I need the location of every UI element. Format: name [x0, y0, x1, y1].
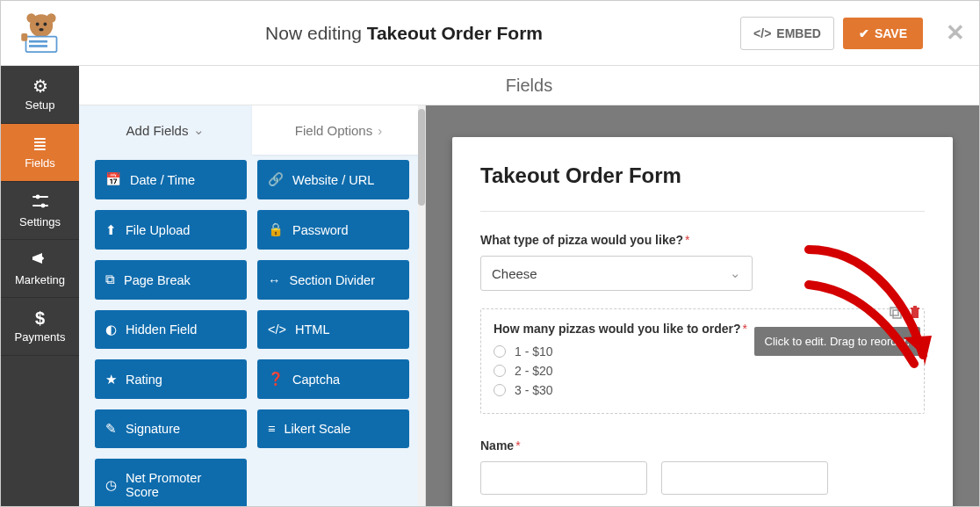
duplicate-icon[interactable]: [889, 306, 903, 320]
last-name-input[interactable]: [661, 461, 828, 495]
left-nav: ⚙ Setup ≣ Fields Settings Marketing $ Pa…: [1, 66, 79, 506]
close-icon[interactable]: ✕: [946, 19, 965, 47]
editing-prefix: Now editing: [265, 23, 367, 43]
field-password-label: Password: [292, 223, 349, 237]
nav-payments-label: Payments: [15, 330, 66, 344]
section-header: Fields: [79, 66, 979, 105]
divider-icon: ↔: [268, 273, 281, 287]
field-likert-label: Likert Scale: [284, 422, 350, 436]
pagebreak-icon: ⧉: [105, 272, 115, 287]
field-rating-label: Rating: [126, 373, 162, 387]
name-label-wrap: Name*: [480, 438, 925, 453]
embed-button[interactable]: </> EMBED: [740, 17, 834, 50]
svg-rect-18: [911, 308, 919, 309]
dollar-icon: $: [35, 309, 45, 327]
qty-option-3[interactable]: 3 - $30: [494, 383, 912, 397]
svg-rect-16: [893, 310, 901, 318]
required-marker: *: [685, 233, 689, 247]
nav-marketing[interactable]: Marketing: [1, 240, 79, 298]
question-pizza-qty-text: How many pizzas would you like to order?: [494, 322, 741, 336]
field-html-label: HTML: [295, 322, 329, 337]
qty-option-2-label: 2 - $20: [515, 364, 553, 378]
field-section-divider[interactable]: ↔Section Divider: [257, 260, 409, 300]
embed-label: EMBED: [776, 26, 821, 40]
field-html[interactable]: </>HTML: [257, 310, 409, 349]
field-datetime[interactable]: 📅Date / Time: [95, 160, 247, 199]
question-pizza-type: What type of pizza would you like?*: [480, 233, 925, 247]
question-pizza-type-text: What type of pizza would you like?: [480, 233, 683, 247]
trash-icon[interactable]: [908, 306, 922, 320]
code-icon: </>: [753, 26, 771, 40]
chevron-down-icon: ⌄: [193, 122, 205, 138]
svg-rect-14: [32, 257, 34, 260]
pizza-type-select[interactable]: Cheese ⌄: [480, 256, 753, 291]
gear-icon: ⚙: [32, 77, 48, 95]
svg-rect-7: [29, 40, 47, 42]
calendar-icon: 📅: [105, 172, 121, 187]
svg-rect-19: [913, 306, 917, 308]
field-buttons-grid: 📅Date / Time 🔗Website / URL ⬆File Upload…: [79, 155, 425, 506]
radio-icon: [494, 365, 506, 377]
pencil-icon: ✎: [105, 422, 117, 436]
name-inputs: [480, 461, 925, 495]
nav-fields[interactable]: ≣ Fields: [1, 124, 79, 182]
list-icon: ≣: [32, 135, 47, 153]
top-bar: Now editing Takeout Order Form </> EMBED…: [1, 1, 979, 66]
svg-point-2: [47, 13, 56, 23]
field-website[interactable]: 🔗Website / URL: [257, 160, 409, 199]
nav-setup[interactable]: ⚙ Setup: [1, 66, 79, 124]
gauge-icon: ◷: [105, 478, 117, 492]
save-label: SAVE: [875, 26, 907, 40]
tab-add-fields[interactable]: Add Fields ⌄: [79, 105, 252, 155]
svg-point-3: [36, 22, 40, 25]
first-name-input[interactable]: [480, 461, 647, 495]
form-canvas[interactable]: Takeout Order Form What type of pizza wo…: [452, 137, 953, 507]
qty-option-3-label: 3 - $30: [515, 383, 553, 397]
main-area: Add Fields ⌄ Field Options › 📅Date / Tim…: [79, 105, 979, 506]
eye-slash-icon: ◐: [105, 322, 117, 337]
field-signature[interactable]: ✎Signature: [95, 409, 247, 448]
field-rating[interactable]: ★Rating: [95, 359, 247, 399]
field-actions: [889, 306, 922, 320]
field-likert[interactable]: ≡Likert Scale: [257, 409, 409, 448]
field-upload[interactable]: ⬆File Upload: [95, 210, 247, 250]
panel-scroll-thumb[interactable]: [418, 109, 425, 206]
edit-tooltip: Click to edit. Drag to reorder.: [754, 327, 920, 356]
svg-point-1: [26, 13, 36, 23]
field-nps[interactable]: ◷Net Promoter Score: [95, 459, 247, 506]
save-button[interactable]: ✔ SAVE: [843, 18, 923, 49]
field-password[interactable]: 🔒Password: [257, 210, 409, 250]
tab-field-options[interactable]: Field Options ›: [252, 105, 425, 155]
nav-marketing-label: Marketing: [15, 273, 65, 286]
fields-panel: Add Fields ⌄ Field Options › 📅Date / Tim…: [79, 105, 426, 506]
field-pagebreak-label: Page Break: [124, 273, 191, 287]
field-website-label: Website / URL: [292, 173, 374, 187]
field-hidden[interactable]: ◐Hidden Field: [95, 310, 247, 349]
selected-field-block[interactable]: Click to edit. Drag to reorder. How many…: [480, 308, 925, 414]
svg-rect-15: [890, 308, 898, 315]
svg-rect-8: [29, 45, 47, 47]
field-captcha[interactable]: ❓Captcha: [257, 359, 409, 399]
field-page-break[interactable]: ⧉Page Break: [95, 260, 247, 300]
nav-payments[interactable]: $ Payments: [1, 298, 79, 356]
name-field: Name*: [480, 438, 925, 495]
page-title: Now editing Takeout Order Form: [68, 23, 740, 44]
upload-icon: ⬆: [105, 223, 117, 237]
section-header-label: Fields: [506, 76, 552, 96]
nav-setup-label: Setup: [25, 98, 55, 112]
radio-icon: [494, 384, 506, 396]
radio-icon: [494, 345, 506, 358]
form-title: Takeout Order Form: [480, 163, 925, 188]
panel-scrollbar[interactable]: [418, 105, 425, 506]
link-icon: 🔗: [268, 172, 284, 187]
qty-option-2[interactable]: 2 - $20: [494, 364, 912, 378]
svg-point-12: [35, 194, 40, 199]
pizza-type-value: Cheese: [492, 266, 537, 281]
nav-settings[interactable]: Settings: [1, 182, 79, 240]
field-datetime-label: Date / Time: [130, 173, 195, 187]
check-icon: ✔: [859, 26, 869, 40]
chevron-right-icon: ›: [378, 123, 382, 138]
field-nps-label: Net Promoter Score: [126, 471, 236, 499]
scale-icon: ≡: [268, 422, 275, 436]
tab-field-options-label: Field Options: [295, 123, 372, 138]
